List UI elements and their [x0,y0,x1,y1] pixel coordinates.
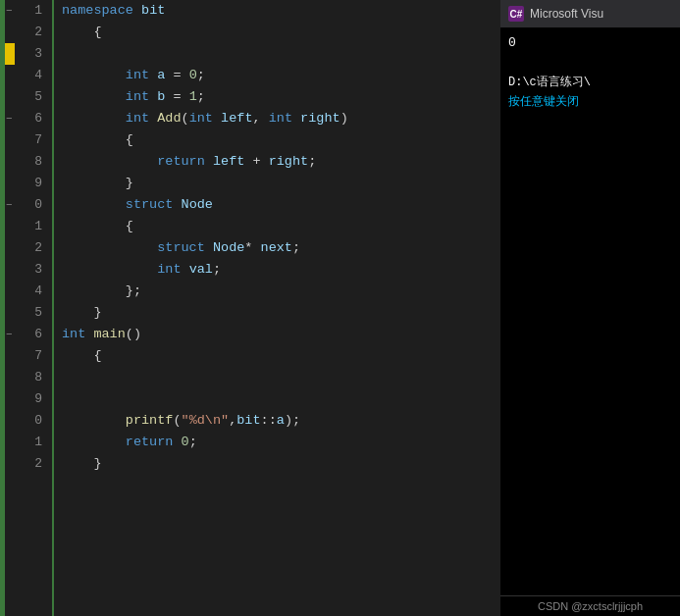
code-line: int b = 1; [62,86,493,108]
terminal-header: C# Microsoft Visu [500,0,680,27]
terminal-path: D:\c语言练习\ [508,73,672,92]
code-line: { [62,22,493,43]
code-area[interactable]: namespace bit { int a = 0; int b = 1; in… [54,0,500,616]
code-line: return 0; [62,432,493,453]
code-line: } [62,453,493,475]
line-number: 7 [0,345,48,367]
code-line: return left + right; [62,151,493,173]
code-line: printf("%d\n",bit::a); [62,410,493,432]
terminal-body: 0 D:\c语言练习\ 按任意键关闭 [500,27,680,595]
line-number: 4 [0,65,48,86]
terminal-empty [508,53,672,73]
line-number: 3 [0,43,48,65]
line-gutter: − 1 2 3 4 5 − 6 7 8 [0,0,54,616]
collapse-icon-10[interactable]: − [6,194,13,216]
line-number: − 1 [0,0,48,22]
code-line: namespace bit [62,0,493,22]
terminal-watermark: CSDN @zxctsclrjjjcph [500,595,680,616]
code-line: int a = 0; [62,65,493,86]
line-number: 5 [0,302,48,324]
line-number: 5 [0,86,48,108]
line-number: 0 [0,410,48,432]
collapse-icon-1[interactable]: − [6,0,13,22]
code-line: int val; [62,259,493,281]
code-line: { [62,345,493,367]
line-number: − 6 [0,108,48,129]
code-line: } [62,173,493,194]
line-number: 1 [0,432,48,453]
code-line: struct Node [62,194,493,216]
editor-content: − 1 2 3 4 5 − 6 7 8 [0,0,500,616]
code-line: }; [62,281,493,302]
line-number: 8 [0,151,48,173]
terminal-title: Microsoft Visu [530,7,603,21]
line-number: 4 [0,281,48,302]
line-number: 1 [0,216,48,237]
code-line: } [62,302,493,324]
line-number: 2 [0,453,48,475]
code-line: int Add(int left, int right) [62,108,493,129]
code-line: { [62,129,493,151]
terminal-panel: C# Microsoft Visu 0 D:\c语言练习\ 按任意键关闭 CSD… [500,0,680,616]
code-line: int main() [62,324,493,345]
terminal-output-line: 0 [508,33,672,53]
terminal-chinese: 按任意键关闭 [508,92,672,112]
line-number: 9 [0,388,48,410]
editor-panel: − 1 2 3 4 5 − 6 7 8 [0,0,500,616]
line-number: 9 [0,173,48,194]
line-number: − 0 [0,194,48,216]
collapse-icon-6[interactable]: − [6,108,13,129]
code-line: struct Node* next; [62,237,493,259]
code-line [62,367,493,388]
line-number: − 6 [0,324,48,345]
line-number: 2 [0,237,48,259]
line-number: 8 [0,367,48,388]
line-number: 7 [0,129,48,151]
code-line [62,43,493,65]
terminal-vs-icon: C# [508,6,524,22]
code-line [62,388,493,410]
line-number: 2 [0,22,48,43]
line-number: 3 [0,259,48,281]
code-line: { [62,216,493,237]
collapse-icon-16[interactable]: − [6,324,13,345]
